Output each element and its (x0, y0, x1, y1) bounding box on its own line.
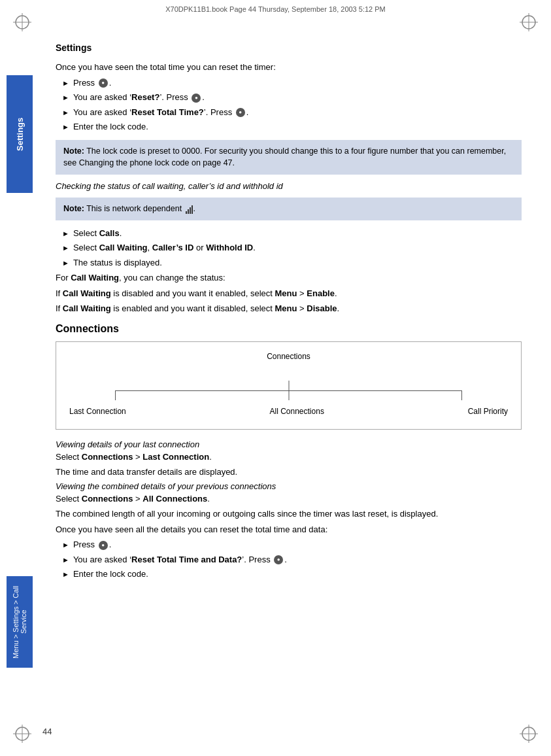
bullet-arrow: ► (62, 259, 69, 267)
bullet-3-2: ► You are asked ‘Reset Total Time and Da… (56, 553, 522, 566)
bullet-text-2-2: Select Call Waiting, Caller’s ID or With… (73, 241, 256, 254)
bullet-text-2-3: The status is displayed. (73, 256, 162, 269)
bullet-2-2: ► Select Call Waiting, Caller’s ID or Wi… (56, 241, 522, 254)
sidebar-settings-label: Settings (7, 75, 33, 193)
section-title: Settings (56, 43, 522, 53)
button-icon: ● (236, 108, 245, 117)
bullet-arrow: ► (62, 109, 69, 116)
diagram-label-right: Call Priority (468, 407, 508, 416)
diagram-v-mid (288, 390, 289, 400)
bullet-arrow: ► (62, 123, 69, 131)
svg-rect-14 (190, 207, 191, 214)
diagram-title: Connections (69, 352, 508, 361)
note-1-label: Note: (63, 146, 84, 156)
note-box-1: Note: The lock code is preset to 0000. F… (56, 140, 522, 175)
bullet-1-2: ► You are asked ‘Reset?’. Press ●. (56, 91, 522, 104)
diagram-v-center (288, 381, 289, 390)
corner-decoration-tl (13, 13, 31, 31)
bullet-3-1: ► Press ●. (56, 538, 522, 551)
bullet-1-4: ► Enter the lock code. (56, 120, 522, 133)
bullet-arrow: ► (62, 79, 69, 87)
bullet-text-1-1: Press ●. (73, 77, 111, 90)
diagram-label-center: All Connections (270, 407, 324, 416)
page-number: 44 (42, 727, 52, 736)
button-icon: ● (274, 555, 283, 564)
bullet-arrow: ► (62, 244, 69, 252)
select-all-connections: Select Connections > All Connections. (56, 492, 522, 506)
sidebar: Settings Menu > Settings > Call Service (0, 36, 39, 720)
italic-heading-1: Checking the status of call waiting, cal… (56, 181, 522, 191)
button-icon: ● (192, 94, 201, 103)
italic-heading-3: Viewing the combined details of your pre… (56, 481, 522, 491)
if-call-waiting-line-1: If Call Waiting is disabled and you want… (56, 287, 522, 300)
button-icon: ● (99, 78, 108, 88)
diagram-labels: Last Connection All Connections Call Pri… (69, 407, 508, 416)
intro-text: Once you have seen the total time you ca… (56, 61, 522, 74)
bullet-2-3: ► The status is displayed. (56, 256, 522, 269)
bullet-arrow: ► (62, 541, 69, 549)
bullet-text-1-2: You are asked ‘Reset?’. Press ●. (73, 91, 205, 104)
once-seen-line: Once you have seen all the details you c… (56, 523, 522, 536)
note-2-text: This is network dependent (84, 204, 184, 213)
svg-rect-12 (186, 211, 187, 214)
diagram-lines (82, 381, 495, 407)
select-last-connection: Select Connections > Last Connection. (56, 451, 522, 464)
bullet-2-1: ► Select Calls. (56, 227, 522, 240)
transfer-details-line: The time and data transfer details are d… (56, 466, 522, 479)
italic-heading-2: Viewing details of your last connection (56, 439, 522, 449)
bullet-arrow: ► (62, 556, 69, 564)
note-1-text: The lock code is preset to 0000. For sec… (63, 146, 506, 168)
bullet-arrow: ► (62, 94, 69, 101)
bullet-text-3-2: You are asked ‘Reset Total Time and Data… (73, 553, 287, 566)
for-call-waiting-line: For Call Waiting, you can change the sta… (56, 271, 522, 284)
connections-diagram: Connections Last Connection All Connecti… (56, 341, 522, 430)
bullet-1-3: ► You are asked ‘Reset Total Time?’. Pre… (56, 106, 522, 119)
note-2-label: Note: (63, 204, 84, 213)
connections-heading: Connections (56, 323, 522, 335)
combined-length-line: The combined length of all your incoming… (56, 507, 522, 521)
bullet-text-1-4: Enter the lock code. (73, 120, 148, 133)
main-content: Settings Once you have seen the total ti… (46, 36, 531, 720)
corner-decoration-bl (13, 725, 31, 743)
bullet-text-1-3: You are asked ‘Reset Total Time?’. Press… (73, 106, 249, 119)
diagram-v-right (461, 390, 462, 400)
bullet-text-2-1: Select Calls. (73, 227, 122, 240)
bullet-3-3: ► Enter the lock code. (56, 568, 522, 581)
corner-decoration-br (520, 725, 538, 743)
book-reference: X70DPK11B1.book Page 44 Thursday, Septem… (0, 5, 551, 13)
svg-rect-13 (188, 209, 189, 214)
svg-rect-15 (192, 205, 193, 214)
network-icon (184, 205, 193, 214)
bullet-text-3-3: Enter the lock code. (73, 568, 148, 581)
sidebar-menu-label: Menu > Settings > Call Service (7, 576, 33, 668)
corner-decoration-tr (520, 13, 538, 31)
diagram-label-left: Last Connection (69, 407, 126, 416)
diagram-v-left (115, 390, 116, 400)
bullet-arrow: ► (62, 230, 69, 237)
button-icon: ● (99, 541, 108, 550)
note-box-2: Note: This is network dependent . (56, 198, 522, 220)
if-call-waiting-line-2: If Call Waiting is enabled and you want … (56, 302, 522, 315)
bullet-arrow: ► (62, 570, 69, 578)
bullet-text-3-1: Press ●. (73, 538, 111, 551)
bullet-1-1: ► Press ●. (56, 77, 522, 90)
